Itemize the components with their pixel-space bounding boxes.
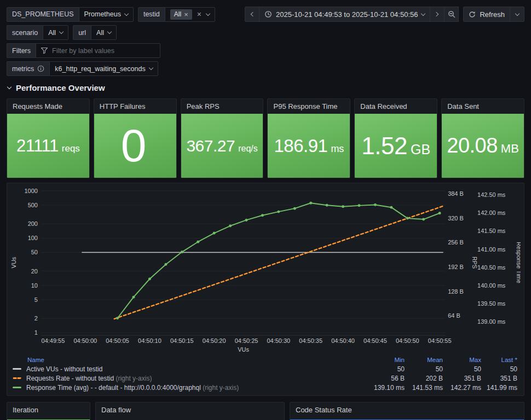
svg-text:320 B: 320 B [448, 215, 464, 221]
grafana-k6-dashboard: DS_PROMETHEUS Prometheus testid All × × [0, 0, 531, 420]
panel-title[interactable]: Code Status Rate [290, 402, 524, 417]
stat-body: 0 [94, 114, 176, 178]
metrics-value: k6_http_req_waiting_seconds [55, 65, 145, 73]
svg-text:50: 50 [31, 249, 38, 255]
stat-value: 1.52 [361, 132, 407, 160]
filter-by-label-input[interactable] [52, 47, 155, 55]
svg-text:64 B: 64 B [448, 312, 460, 319]
clear-selection-icon[interactable]: × [197, 10, 201, 18]
stat-value: 0 [121, 119, 146, 172]
panel-title[interactable]: Iteration [7, 402, 90, 417]
toolbar-row-2: scenario All url All [7, 25, 524, 40]
stat-value: 186.91 [274, 136, 327, 156]
svg-text:04:49:55: 04:49:55 [42, 337, 65, 344]
toolbar-row-1: DS_PROMETHEUS Prometheus testid All × × [7, 7, 524, 22]
panel-title[interactable]: Data Sent [442, 99, 524, 114]
svg-text:141.50 ms: 141.50 ms [477, 228, 506, 234]
ds-prometheus-value: Prometheus [84, 10, 121, 18]
iteration-panel: Iteration [7, 402, 90, 420]
svg-text:384 B: 384 B [448, 190, 464, 197]
toolbar-row-3: Filters [7, 43, 524, 58]
svg-text:192 B: 192 B [448, 264, 464, 270]
url-label: url [73, 25, 91, 40]
svg-text:04:50:30: 04:50:30 [267, 337, 291, 344]
svg-text:141.00 ms: 141.00 ms [477, 246, 506, 253]
panel-title[interactable]: P95 Response Time [268, 99, 350, 114]
timeseries-chart-canvas[interactable]: 125102050100200500100004:49:5504:50:0004… [10, 186, 521, 355]
variable-metrics: metrics k6_http_req_waiting_seconds [7, 61, 158, 76]
url-select[interactable]: All [91, 25, 117, 40]
testid-label: testid [138, 7, 165, 22]
stat-unit: req/s [238, 144, 258, 154]
time-shift-forward-button[interactable] [430, 7, 445, 22]
remove-chip-icon[interactable]: × [184, 11, 188, 18]
metrics-select[interactable]: k6_http_req_waiting_seconds [49, 61, 158, 76]
stat-body: 367.27req/s [181, 114, 263, 178]
series-marker [13, 377, 21, 379]
legend-mean: 50 [405, 365, 443, 373]
series-marker [13, 387, 21, 388]
stats-row: Requests Made 21111reqs HTTP Failures 0 … [7, 98, 524, 178]
stat-panel-peak-rps: Peak RPS 367.27req/s [181, 98, 264, 178]
legend-header-name[interactable]: Name [13, 357, 366, 363]
url-value: All [96, 29, 104, 37]
refresh-label: Refresh [480, 10, 505, 19]
legend-header-last[interactable]: Last * [481, 357, 517, 363]
testid-select[interactable]: All × × [165, 7, 215, 22]
ds-prometheus-select[interactable]: Prometheus [79, 7, 134, 22]
legend-min: 56 B [366, 375, 405, 382]
svg-text:256 B: 256 B [448, 239, 464, 246]
data-flow-panel: Data flow [95, 402, 285, 420]
chevron-down-icon [107, 30, 112, 34]
stat-panel-data-sent: Data Sent 20.08MB [441, 98, 524, 178]
testid-chip[interactable]: All × [170, 9, 192, 20]
zoom-out-icon [448, 10, 455, 18]
svg-text:5: 5 [34, 296, 38, 303]
svg-text:RPS: RPS [471, 256, 478, 269]
stat-unit: GB [411, 142, 430, 158]
legend-row-active-vus[interactable]: Active VUs - without testid 50 50 50 50 [13, 364, 517, 374]
variable-scenario: scenario All [7, 25, 68, 40]
legend-header-mean[interactable]: Mean [405, 357, 443, 363]
stat-unit: ms [331, 143, 344, 155]
chart-legend: Name Min Mean Max Last * Active VUs - wi… [10, 355, 521, 392]
scenario-value: All [48, 29, 56, 37]
svg-text:140.50 ms: 140.50 ms [477, 264, 506, 271]
svg-text:04:50:50: 04:50:50 [396, 337, 419, 344]
svg-text:500: 500 [28, 202, 38, 208]
chevron-down-icon [59, 30, 64, 34]
panel-title[interactable]: Requests Made [7, 99, 89, 114]
legend-header-max[interactable]: Max [443, 357, 481, 363]
bottom-row: Iteration Data flow Code Status Rate [7, 402, 524, 420]
legend-max: 50 [443, 365, 481, 373]
svg-text:1000: 1000 [25, 188, 38, 194]
refresh-group: Refresh [463, 7, 524, 22]
time-range-picker[interactable]: 2025-10-21 04:49:53 to 2025-10-21 04:50:… [259, 7, 431, 22]
legend-header-min[interactable]: Min [366, 357, 405, 363]
legend-row-requests-rate[interactable]: Requests Rate - without testid (right y-… [13, 374, 517, 383]
stat-value: 21111 [16, 136, 59, 156]
chevron-down-icon [515, 11, 519, 15]
series-name: Active VUs - without testid [26, 365, 102, 373]
legend-header: Name Min Mean Max Last * [13, 355, 517, 364]
svg-text:200: 200 [28, 220, 38, 227]
scenario-select[interactable]: All [43, 25, 68, 40]
legend-row-response-time[interactable]: Response Time (avg) - - default - http:/… [13, 383, 517, 392]
metrics-label-text: metrics [12, 65, 34, 73]
svg-text:04:50:45: 04:50:45 [363, 337, 387, 344]
svg-text:04:50:35: 04:50:35 [299, 337, 322, 344]
zoom-out-button[interactable] [444, 7, 459, 22]
section-performance-overview[interactable]: Performance Overview [8, 81, 524, 94]
svg-text:04:50:05: 04:50:05 [106, 337, 129, 344]
legend-last: 351 B [481, 375, 517, 382]
stat-body: 186.91ms [268, 114, 350, 178]
panel-title[interactable]: Peak RPS [181, 99, 263, 114]
refresh-button[interactable]: Refresh [463, 7, 510, 22]
panel-title[interactable]: Data flow [96, 402, 284, 417]
panel-title[interactable]: Data Received [355, 99, 437, 114]
svg-text:128 B: 128 B [448, 288, 464, 295]
filter-funnel-icon [41, 47, 48, 54]
refresh-interval-dropdown[interactable] [510, 7, 524, 22]
time-shift-back-button[interactable] [245, 7, 259, 22]
panel-title[interactable]: HTTP Failures [94, 99, 176, 114]
